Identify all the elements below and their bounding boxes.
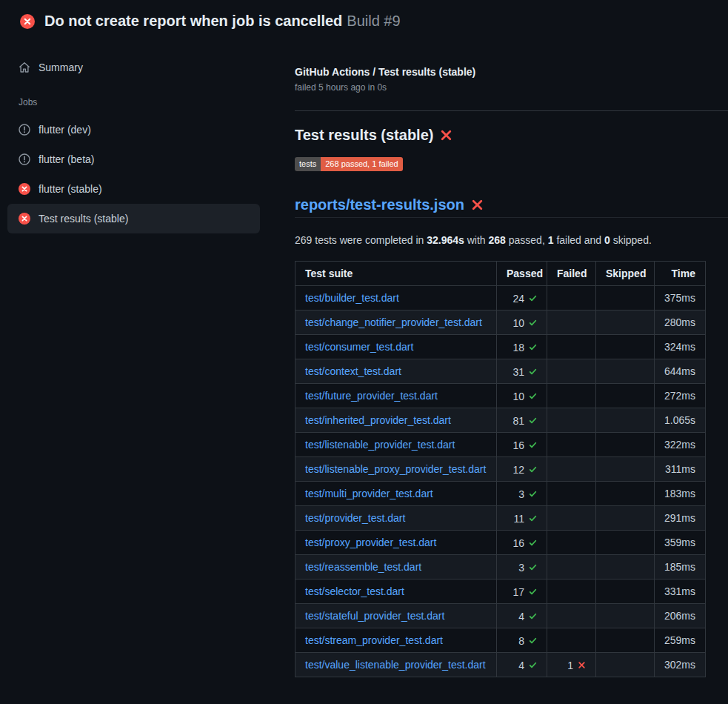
table-row: test/provider_test.dart11291ms — [295, 506, 706, 531]
suite-link[interactable]: test/stateful_provider_test.dart — [305, 610, 444, 622]
time-cell: 1.065s — [655, 408, 706, 433]
summary-part: skipped. — [610, 234, 652, 246]
skipped-cell — [596, 580, 655, 604]
skipped-cell — [596, 628, 655, 653]
home-icon — [19, 62, 30, 73]
time-cell: 322ms — [655, 433, 706, 457]
suite-link[interactable]: test/value_listenable_provider_test.dart — [305, 659, 486, 671]
results-table: Test suite Passed Failed Skipped Time te… — [295, 261, 706, 677]
suite-link[interactable]: test/context_test.dart — [305, 365, 401, 377]
summary-part: with — [464, 234, 489, 246]
time-cell: 359ms — [655, 531, 706, 555]
sidebar-item-label: Summary — [39, 62, 83, 73]
passed-cell: 10 — [497, 311, 547, 335]
sidebar-item-summary[interactable]: Summary — [7, 53, 260, 82]
sidebar: Summary Jobs flutter (dev) flutter (beta… — [7, 39, 260, 233]
passed-cell: 3 — [497, 482, 547, 506]
check-icon — [529, 416, 537, 425]
failed-cell: 1 — [547, 653, 596, 677]
passed-cell: 4 — [497, 604, 547, 628]
sidebar-item-flutter-dev[interactable]: flutter (dev) — [7, 115, 260, 145]
divider — [295, 110, 728, 111]
time-cell: 185ms — [655, 555, 706, 580]
failed-cell — [547, 335, 596, 359]
summary-part: passed, — [506, 234, 548, 246]
passed-cell: 4 — [497, 653, 547, 677]
suite-cell: test/future_provider_test.dart — [295, 384, 497, 408]
skipped-cell — [596, 433, 655, 457]
suite-link[interactable]: test/listenable_proxy_provider_test.dart — [305, 463, 486, 475]
col-time: Time — [655, 262, 706, 286]
time-cell: 280ms — [655, 311, 706, 335]
skipped-cell — [596, 408, 655, 433]
suite-cell: test/consumer_test.dart — [295, 335, 497, 359]
failed-circle-icon — [19, 183, 30, 195]
suite-link[interactable]: test/selector_test.dart — [305, 585, 404, 597]
section-title-text: Test results (stable) — [295, 127, 433, 144]
time-cell: 331ms — [655, 580, 706, 604]
failed-cell — [547, 506, 596, 531]
report-link[interactable]: reports/test-results.json — [295, 196, 464, 213]
suite-link[interactable]: test/stream_provider_test.dart — [305, 634, 443, 646]
sidebar-item-flutter-beta[interactable]: flutter (beta) — [7, 145, 260, 174]
summary-part: 269 tests were completed in — [295, 234, 427, 246]
check-icon — [529, 490, 537, 498]
suite-link[interactable]: test/future_provider_test.dart — [305, 390, 438, 402]
suite-link[interactable]: test/listenable_provider_test.dart — [305, 439, 455, 451]
passed-cell: 24 — [497, 286, 547, 311]
suite-link[interactable]: test/proxy_provider_test.dart — [305, 537, 436, 548]
summary-text: 269 tests were completed in 32.964s with… — [295, 234, 728, 246]
skipped-cell — [596, 384, 655, 408]
skipped-cell — [596, 311, 655, 335]
suite-link[interactable]: test/change_notifier_provider_test.dart — [305, 316, 482, 328]
check-icon — [529, 441, 537, 449]
suite-cell: test/selector_test.dart — [295, 580, 497, 604]
badge-value: 268 passed, 1 failed — [321, 157, 402, 171]
sidebar-item-label: flutter (dev) — [39, 124, 91, 136]
suite-link[interactable]: test/provider_test.dart — [305, 512, 405, 524]
check-icon — [529, 539, 537, 547]
sidebar-item-flutter-stable[interactable]: flutter (stable) — [7, 174, 260, 204]
breadcrumb: GitHub Actions / Test results (stable) — [295, 66, 728, 79]
suite-cell: test/stateful_provider_test.dart — [295, 604, 497, 628]
table-row: test/context_test.dart31644ms — [295, 359, 706, 384]
stopped-icon — [19, 124, 30, 136]
failed-cell — [547, 286, 596, 311]
build-number: Build #9 — [347, 13, 400, 29]
skipped-cell — [596, 531, 655, 555]
sidebar-item-test-results-stable[interactable]: Test results (stable) — [7, 204, 260, 233]
sidebar-item-label: flutter (beta) — [39, 153, 94, 165]
table-row: test/stateful_provider_test.dart4206ms — [295, 604, 706, 628]
time-cell: 644ms — [655, 359, 706, 384]
page-title: Do not create report when job is cancell… — [44, 13, 401, 30]
failed-circle-icon — [20, 14, 35, 29]
suite-link[interactable]: test/reassemble_test.dart — [305, 561, 421, 573]
suite-link[interactable]: test/inherited_provider_test.dart — [305, 414, 451, 426]
suite-cell: test/proxy_provider_test.dart — [295, 531, 497, 555]
check-icon — [529, 343, 537, 351]
suite-link[interactable]: test/consumer_test.dart — [305, 341, 413, 353]
table-row: test/builder_test.dart24375ms — [295, 286, 706, 311]
check-icon — [529, 588, 537, 596]
skipped-cell — [596, 604, 655, 628]
col-passed: Passed — [497, 262, 547, 286]
skipped-cell — [596, 653, 655, 677]
tests-badge: tests 268 passed, 1 failed — [295, 157, 403, 171]
stopped-icon — [19, 153, 30, 165]
passed-cell: 11 — [497, 506, 547, 531]
check-icon — [529, 465, 537, 474]
suite-cell: test/stream_provider_test.dart — [295, 628, 497, 653]
col-skipped: Skipped — [596, 262, 655, 286]
table-row: test/consumer_test.dart18324ms — [295, 335, 706, 359]
time-cell: 291ms — [655, 506, 706, 531]
check-icon — [529, 612, 537, 620]
section-title: Test results (stable) — [295, 127, 728, 144]
skipped-cell — [596, 482, 655, 506]
suite-link[interactable]: test/multi_provider_test.dart — [305, 488, 433, 499]
suite-link[interactable]: test/builder_test.dart — [305, 292, 399, 304]
skipped-cell — [596, 335, 655, 359]
col-test-suite: Test suite — [295, 262, 497, 286]
check-icon — [529, 392, 537, 400]
check-icon — [529, 637, 537, 645]
build-title: Do not create report when job is cancell… — [44, 13, 342, 29]
